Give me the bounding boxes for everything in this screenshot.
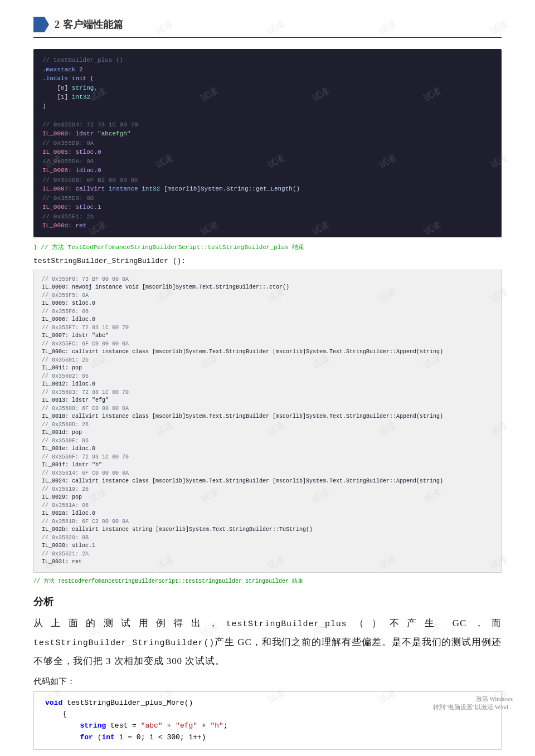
code-block-il-plus: // testBuilder_plus () .maxstack 2 .loca…	[33, 49, 502, 237]
code-block-cs: void testStringBuilder_plus_More() { str…	[33, 691, 502, 750]
method-end-1: } // 方法 TestCodPerfomanceStringBuilderSc…	[33, 243, 502, 251]
windows-activation: 激活 Windows 转到"电脑设置"以激活 Wind...	[433, 695, 513, 711]
code-label: 代码如下：	[33, 676, 502, 687]
chapter-title-text: 客户端性能篇	[63, 18, 123, 31]
code-block-il-stringbuilder: // 0x355F0: 73 BF 00 00 0A IL_0000: newo…	[33, 270, 502, 573]
func-sig-2: testStringBuilder_StringBuilder ():	[33, 257, 502, 265]
page-content: 2 客户端性能篇 // testBuilder_plus () .maxstac…	[0, 0, 535, 756]
body-paragraph-1: 从上面的测试用例得出，testStringBuilder_plus（）不产生 G…	[33, 614, 502, 671]
method-end-2: // 方法 TestCodPerfomanceStringBuilderScri…	[33, 577, 502, 585]
chapter-title: 2	[55, 19, 60, 31]
chapter-icon	[33, 17, 49, 32]
chapter-header: 2 客户端性能篇	[33, 17, 502, 38]
section-heading: 分析	[33, 595, 502, 608]
